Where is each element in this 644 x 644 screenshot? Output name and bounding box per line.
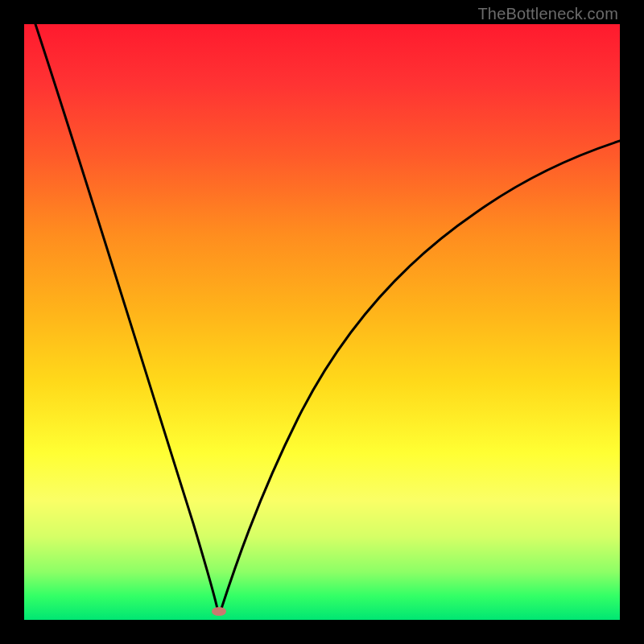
plot-area bbox=[24, 24, 620, 620]
watermark-text: TheBottleneck.com bbox=[477, 5, 618, 23]
bottleneck-curve-right bbox=[221, 141, 620, 611]
optimal-point-marker bbox=[212, 607, 226, 616]
bottleneck-curve-left bbox=[35, 24, 217, 609]
curve-svg bbox=[24, 24, 620, 620]
chart-frame: TheBottleneck.com bbox=[0, 0, 644, 644]
